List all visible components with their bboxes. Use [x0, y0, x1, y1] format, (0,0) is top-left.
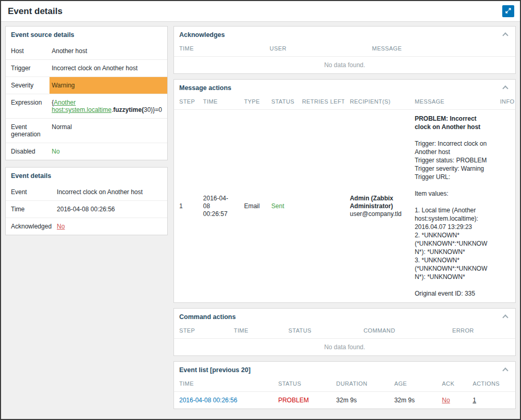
- no-data-message: No data found.: [174, 57, 515, 74]
- panel-title: Event source details: [11, 31, 75, 39]
- right-column: Acknowledges TIME USER MESSAGE N: [173, 26, 516, 409]
- column-header: COMMAND: [358, 325, 447, 339]
- column-header: TIME: [198, 96, 239, 110]
- step-cell: 1: [174, 110, 198, 303]
- chevron-up-icon: [502, 85, 508, 91]
- collapse-button[interactable]: [501, 84, 510, 92]
- message-actions-table: STEP TIME TYPE STATUS RETRIES LEFT RECIP…: [174, 96, 515, 302]
- collapse-button[interactable]: [501, 313, 510, 321]
- column-header: ACTIONS: [467, 378, 515, 392]
- event-details-panel: Event details Event Incorrect clock on A…: [5, 167, 168, 235]
- left-column: Event source details Host Another host T…: [5, 26, 168, 235]
- table-row: Severity Warning: [6, 77, 167, 94]
- event-time-link[interactable]: 2016-04-08 00:26:56: [179, 397, 237, 404]
- row-label: Severity: [6, 77, 49, 94]
- host-value: Another host: [49, 43, 167, 60]
- row-label: Event generation: [6, 119, 49, 143]
- disabled-status: No: [52, 148, 59, 155]
- ack-cell: No: [437, 392, 467, 409]
- table-row: Disabled No: [6, 143, 167, 160]
- table-header-row: TIME STATUS DURATION AGE ACK ACTIONS: [174, 378, 515, 392]
- column-header: STEP: [174, 325, 229, 339]
- expression-value: {Another host:system.localtime.fuzzytime…: [49, 94, 167, 119]
- time-value: 2016-04-08 00:26:56: [55, 201, 167, 218]
- column-header: DURATION: [331, 378, 389, 392]
- column-header: TIME: [174, 43, 265, 57]
- panel-header: Event source details: [6, 27, 167, 43]
- command-actions-table: STEP TIME STATUS COMMAND ERROR No data f…: [174, 325, 515, 355]
- message-actions-panel: Message actions STEP TIME TYPE STATUS: [173, 79, 516, 303]
- column-header: ACK: [437, 378, 467, 392]
- event-generation-value: Normal: [49, 119, 167, 143]
- column-header: TIME: [229, 325, 283, 339]
- age-cell: 32m 9s: [389, 392, 437, 409]
- expression-function: fuzzytime(: [113, 106, 144, 113]
- expression-tail: )}=0: [151, 106, 162, 113]
- actions-count-link[interactable]: 1: [473, 397, 476, 404]
- row-label: Host: [6, 43, 49, 60]
- column-header: MESSAGE: [367, 43, 515, 57]
- panel-header: Acknowledges: [174, 27, 515, 43]
- duration-cell: 32m 9s: [331, 392, 389, 409]
- chevron-up-icon: [502, 32, 508, 38]
- info-cell: [495, 110, 515, 303]
- row-label: Disabled: [6, 143, 49, 160]
- row-label: Event: [6, 184, 55, 201]
- collapse-button[interactable]: [501, 366, 510, 374]
- message-body: Trigger: Incorrect clock on Another host…: [415, 139, 490, 298]
- column-header: RECIPIENT(S): [344, 96, 409, 110]
- event-row: 2016-04-08 00:26:56 PROBLEM 32m 9s 32m 9…: [174, 392, 515, 409]
- message-action-row: 1 2016-04-08 00:26:57 Email Sent Admin (…: [174, 110, 515, 303]
- column-header: STATUS: [273, 378, 331, 392]
- table-row: Expression {Another host:system.localtim…: [6, 94, 167, 119]
- event-source-table: Host Another host Trigger Incorrect cloc…: [6, 43, 167, 160]
- event-list-panel: Event list [previous 20] TIME STATUS DUR…: [173, 361, 516, 409]
- item-key-link[interactable]: Another host:system.localtime: [52, 99, 111, 113]
- event-details-table: Event Incorrect clock on Another host Ti…: [6, 184, 167, 235]
- panel-header: Message actions: [174, 80, 515, 96]
- page-title: Event details: [8, 6, 63, 17]
- chevron-up-icon: [502, 367, 508, 373]
- message-cell: PROBLEM: Incorrect clock on Another host…: [410, 110, 495, 303]
- event-status-cell: PROBLEM: [273, 392, 331, 409]
- expand-icon: [505, 7, 512, 16]
- time-value: 2016-04-08 00:26:57: [203, 195, 234, 218]
- table-row: No data found.: [174, 57, 515, 74]
- column-header: TYPE: [239, 96, 266, 110]
- status-cell: Sent: [266, 110, 297, 303]
- acknowledged-link[interactable]: No: [57, 223, 65, 230]
- panel-title: Message actions: [179, 84, 231, 92]
- acknowledges-panel: Acknowledges TIME USER MESSAGE N: [173, 26, 516, 74]
- expression-param: 30: [144, 106, 151, 113]
- column-header: STATUS: [283, 325, 358, 339]
- table-row: Acknowledged No: [6, 218, 167, 235]
- content-area: Event source details Host Another host T…: [1, 22, 520, 419]
- severity-badge: Warning: [49, 77, 167, 94]
- panel-header: Command actions: [174, 309, 515, 325]
- command-actions-panel: Command actions STEP TIME STATUS COMMAND…: [173, 308, 516, 356]
- column-header: MESSAGE: [410, 96, 495, 110]
- column-header: RETRIES LEFT: [297, 96, 345, 110]
- recipient-name: Admin (Zabbix Administrator): [350, 195, 404, 210]
- event-details-page: Event details Event source details: [0, 0, 521, 420]
- event-list-table: TIME STATUS DURATION AGE ACK ACTIONS 201…: [174, 378, 515, 409]
- event-source-details-panel: Event source details Host Another host T…: [5, 26, 168, 160]
- panel-title: Command actions: [179, 313, 235, 321]
- fullscreen-button[interactable]: [502, 5, 514, 17]
- table-row: Trigger Incorrect clock on Another host: [6, 60, 167, 77]
- ack-link[interactable]: No: [442, 397, 450, 404]
- event-time-cell: 2016-04-08 00:26:56: [174, 392, 273, 409]
- panel-header: Event details: [6, 168, 167, 184]
- collapse-button[interactable]: [501, 31, 510, 39]
- panel-title: Event details: [11, 172, 51, 180]
- recipient-email: user@company.tld: [350, 210, 404, 218]
- table-row: Event Incorrect clock on Another host: [6, 184, 167, 201]
- table-header-row: STEP TIME STATUS COMMAND ERROR: [174, 325, 515, 339]
- problem-status: PROBLEM: [278, 397, 309, 404]
- no-data-message: No data found.: [174, 339, 515, 356]
- retries-left-cell: [297, 110, 345, 303]
- acknowledged-value: No: [55, 218, 167, 235]
- message-subject: PROBLEM: Incorrect clock on Another host: [415, 114, 490, 131]
- panel-title: Acknowledges: [179, 31, 225, 39]
- panel-title: Event list [previous 20]: [179, 366, 251, 374]
